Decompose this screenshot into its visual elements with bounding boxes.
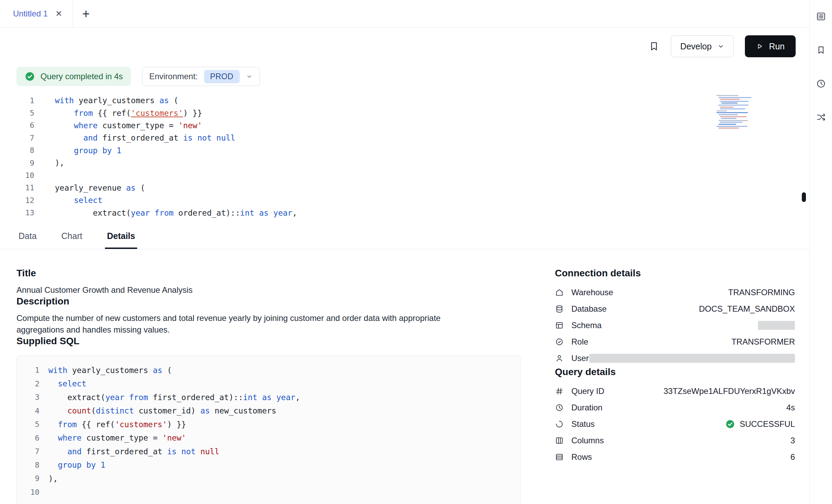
details-right-column: Connection details WarehouseTRANSFORMING… (555, 268, 795, 504)
history-icon[interactable] (813, 76, 829, 91)
code-line-text: and first_ordered_at is not null (48, 447, 219, 456)
success-check-icon (725, 419, 735, 429)
code-line-text: extract(year from ordered_at)::int as ye… (55, 208, 297, 217)
detail-value: DOCS_TEAM_SANDBOX (699, 304, 795, 314)
detail-label: Role (571, 337, 588, 347)
code-line: 6 where customer_type = 'new' (26, 431, 511, 445)
run-button[interactable]: Run (745, 35, 796, 57)
toolbar: Develop Run (0, 28, 809, 57)
database-icon (555, 304, 566, 313)
details-left-column: Title Annual Customer Growth and Revenue… (16, 268, 521, 504)
query-details-heading: Query details (555, 367, 795, 377)
detail-label: Status (571, 419, 595, 429)
result-tab-data[interactable]: Data (16, 225, 39, 249)
tab-bar: Untitled 1 ✕ + (0, 0, 809, 28)
query-details-rows: Query ID33TZseWpe1ALFDUYerxR1gVKxbvDurat… (555, 383, 795, 465)
query-list-icon[interactable] (813, 9, 829, 24)
status-row: Query completed in 4s Environment: PROD (0, 57, 809, 86)
code-line-text: group by 1 (55, 146, 121, 155)
detail-label: Warehouse (571, 288, 613, 297)
code-line: 9), (26, 472, 511, 485)
line-number: 1 (0, 96, 34, 105)
detail-label: Rows (571, 452, 592, 462)
develop-dropdown[interactable]: Develop (671, 35, 734, 57)
run-label: Run (769, 41, 785, 51)
code-line: 10 (26, 485, 511, 499)
environment-value-chip: PROD (204, 70, 240, 83)
code-line: 13 extract(year from ordered_at)::int as… (0, 207, 809, 219)
bookmark-icon[interactable] (648, 40, 660, 52)
line-number: 5 (0, 109, 34, 117)
code-line-text: group by 1 (48, 460, 105, 469)
bookmark-icon[interactable] (813, 43, 829, 58)
line-number: 8 (0, 146, 34, 155)
check-circle-icon (25, 71, 35, 82)
detail-label: Database (571, 304, 607, 314)
detail-row: StatusSUCCESSFUL (555, 416, 795, 432)
duration-icon (555, 403, 566, 412)
redacted-value (758, 321, 795, 330)
warehouse-icon (555, 288, 566, 297)
detail-row: User (555, 350, 795, 367)
hash-icon (555, 387, 566, 396)
line-number: 8 (26, 461, 39, 469)
user-icon (555, 354, 566, 363)
code-line-text: where customer_type = 'new' (55, 121, 202, 130)
tab-untitled-1[interactable]: Untitled 1 ✕ (0, 0, 73, 27)
code-line-text: extract(year from first_ordered_at)::int… (48, 393, 300, 402)
status-icon (555, 420, 566, 429)
line-number: 9 (26, 474, 39, 483)
lineage-icon[interactable] (813, 110, 829, 125)
result-tab-details[interactable]: Details (105, 225, 137, 249)
code-line: 8 group by 1 (0, 144, 809, 157)
code-line-text: where customer_type = 'new' (48, 433, 186, 442)
play-icon (756, 43, 763, 50)
develop-label: Develop (680, 41, 712, 51)
supplied-sql-lines: 1with yearly_customers as (2 select3 ext… (26, 363, 511, 499)
detail-row: DatabaseDOCS_TEAM_SANDBOX (555, 301, 795, 317)
columns-icon (555, 436, 566, 445)
detail-value: 6 (791, 452, 795, 462)
detail-label: Query ID (571, 386, 604, 396)
detail-row: WarehouseTRANSFORMING (555, 284, 795, 301)
minimap[interactable] (716, 95, 757, 131)
line-number: 10 (26, 488, 39, 496)
new-tab-button[interactable]: + (73, 0, 99, 27)
sql-editor[interactable]: 1with yearly_customers as (5 from {{ ref… (0, 86, 809, 219)
detail-value: 33TZseWpe1ALFDUYerxR1gVKxbv (664, 386, 795, 396)
code-line-text: from {{ ref('customers') }} (48, 420, 186, 429)
environment-selector[interactable]: Environment: PROD (142, 67, 260, 86)
chevron-down-icon (246, 73, 253, 80)
app-root: Untitled 1 ✕ + Develop Run (0, 0, 832, 504)
description-heading: Description (16, 296, 521, 307)
result-tab-chart[interactable]: Chart (59, 225, 84, 249)
details-panel: Title Annual Customer Growth and Revenue… (0, 249, 809, 504)
code-line: 11yearly_revenue as ( (0, 182, 809, 194)
line-number: 3 (26, 393, 39, 401)
code-line-text: count(distinct customer_id) as new_custo… (48, 406, 276, 415)
title-heading: Title (16, 268, 521, 279)
code-line: 8 group by 1 (26, 458, 511, 472)
line-number: 7 (26, 447, 39, 456)
code-line: 1with yearly_customers as ( (26, 363, 511, 377)
code-line: 12 select (0, 194, 809, 206)
code-line: 9), (0, 157, 809, 169)
line-number: 4 (26, 407, 39, 415)
detail-value: SUCCESSFUL (740, 419, 795, 429)
connection-details-heading: Connection details (555, 268, 795, 279)
code-line: 3 extract(year from first_ordered_at)::i… (26, 391, 511, 404)
description-text: Compute the number of new customers and … (16, 312, 483, 336)
query-status-text: Query completed in 4s (40, 72, 123, 81)
code-line-text: ), (55, 158, 64, 167)
code-line: 6 where customer_type = 'new' (0, 119, 809, 132)
code-line-text: with yearly_customers as ( (55, 96, 178, 105)
editor-scrollbar-thumb[interactable] (802, 192, 806, 202)
code-line-text: with yearly_customers as ( (48, 366, 172, 375)
rows-icon (555, 453, 566, 461)
tab-close-icon[interactable]: ✕ (55, 10, 62, 18)
detail-row: Schema (555, 317, 795, 334)
line-number: 7 (0, 134, 34, 142)
line-number: 1 (26, 366, 39, 374)
code-line: 10 (0, 169, 809, 181)
line-number: 6 (26, 434, 39, 442)
